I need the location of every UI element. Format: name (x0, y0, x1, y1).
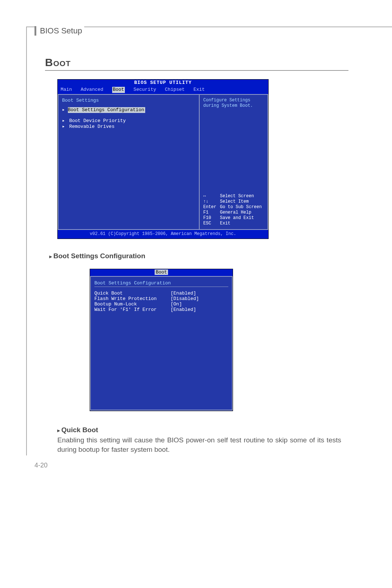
bios-left-pane: Boot Settings ▸ Boot Settings Configurat… (58, 94, 199, 230)
section-title: Boot (45, 56, 348, 69)
bios2-rule (94, 287, 228, 287)
section-rule (45, 70, 348, 71)
bios-utility-title: BIOS SETUP UTILITY (58, 80, 268, 86)
key-leftright-icon: ↔ (203, 194, 220, 199)
menu-item-boot-device-priority[interactable]: ▸ Boot Device Priority (62, 118, 195, 124)
tab-boot[interactable]: Boot (112, 87, 125, 93)
bios-screenshot-main: BIOS SETUP UTILITY Main Advanced Boot Se… (57, 79, 269, 239)
quick-boot-description: Enabling this setting will cause the BIO… (57, 435, 341, 454)
triangle-icon: ▸ (49, 254, 52, 259)
tab-chipset[interactable]: Chipset (165, 87, 185, 93)
tab-security[interactable]: Security (134, 87, 156, 93)
tab-main[interactable]: Main (61, 87, 72, 93)
bios2-heading: Boot Settings Configuration (94, 280, 228, 286)
row-flash-write-protection[interactable]: Flash Write Protection [Disabled] (94, 296, 228, 301)
nav-help: ↔Select Screen ↑↓Select Item EnterGo to … (203, 194, 264, 226)
caption-quick-boot: ▸Quick Boot (57, 426, 98, 434)
bios2-tab-bar: Boot (90, 269, 233, 276)
menu-item-removable-drives[interactable]: ▸ Removable Drives (62, 124, 195, 130)
row-quick-boot[interactable]: Quick Boot [Enabled] (94, 291, 228, 296)
boot-settings-heading: Boot Settings (62, 98, 195, 104)
caption-boot-settings-config: ▸Boot Settings Configuration (49, 252, 145, 260)
bios-tab-bar: Main Advanced Boot Security Chipset Exit (58, 86, 268, 94)
bios-body: Boot Settings ▸ Boot Settings Configurat… (58, 94, 268, 230)
tab-exit[interactable]: Exit (193, 87, 205, 93)
menu-item-boot-settings-config[interactable]: ▸ Boot Settings Configuration (62, 107, 195, 113)
row-wait-for-f1[interactable]: Wait For 'F1' If Error [Enabled] (94, 307, 228, 312)
tab-advanced[interactable]: Advanced (81, 87, 103, 93)
tab-boot-sub[interactable]: Boot (155, 269, 168, 275)
header-mark-icon (34, 26, 36, 36)
bios2-body: Boot Settings Configuration Quick Boot [… (90, 276, 233, 410)
bios-copyright: v02.61 (C)Copyright 1985-2006, American … (58, 230, 268, 239)
section-heading: Boot (45, 56, 348, 71)
caret-icon: ▸ (62, 118, 68, 123)
triangle-icon: ▸ (57, 427, 60, 433)
page-number: 4-20 (34, 462, 48, 469)
help-text: Configure Settings during System Boot. (203, 98, 264, 109)
bios-right-pane: Configure Settings during System Boot. ↔… (199, 94, 268, 230)
bios-screenshot-subscreen: Boot Boot Settings Configuration Quick B… (90, 269, 233, 411)
row-bootup-num-lock[interactable]: Bootup Num-Lock [On] (94, 301, 228, 307)
caret-icon: ▸ (62, 124, 68, 129)
caret-icon: ▸ (62, 107, 68, 113)
chapter-title: BIOS Setup (40, 26, 82, 36)
chapter-header: BIOS Setup (34, 26, 84, 36)
key-updown-icon: ↑↓ (203, 199, 220, 204)
